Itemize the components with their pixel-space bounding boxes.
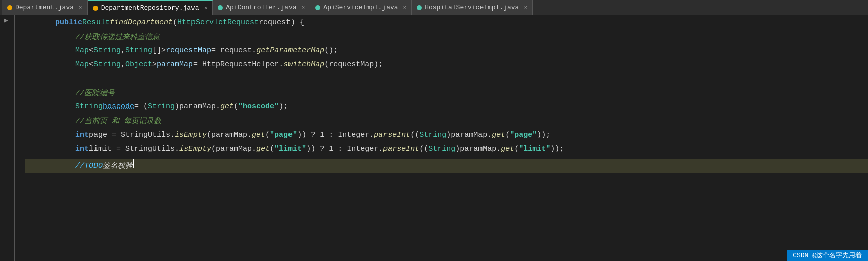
type-string4: String xyxy=(419,130,446,139)
code-line: //医院编号 xyxy=(25,88,868,102)
str-limit2: "limit" xyxy=(519,145,550,153)
var-requestmap: requestMap xyxy=(166,46,211,55)
type-string3: String xyxy=(75,102,103,111)
comma2: , xyxy=(121,60,125,69)
gutter-arrow: ▶ xyxy=(4,16,8,24)
paren4: ( xyxy=(265,130,270,139)
eq3: = ( xyxy=(134,102,148,111)
tab-department[interactable]: Department.java × xyxy=(2,0,88,15)
paren5: ( xyxy=(505,130,510,139)
comment-hospital: //医院编号 xyxy=(75,88,115,98)
var-hoscode: hoscode xyxy=(103,102,134,111)
limit-code: limit = StringUtils. xyxy=(89,145,179,153)
cast3: )paramMap. xyxy=(446,130,492,139)
kw-int2: int xyxy=(75,145,89,153)
method-get5: get xyxy=(501,145,514,153)
tab-close[interactable]: × xyxy=(403,5,407,11)
tab-bar: Department.java × DepartmentRepository.j… xyxy=(0,0,868,15)
class-icon xyxy=(417,5,422,10)
type-map2: Map xyxy=(75,60,89,69)
type-map: Map xyxy=(75,46,89,55)
tab-label: ApiServiceImpl.java xyxy=(323,4,398,11)
code-line: //当前页 和 每页记录数 xyxy=(25,116,868,130)
tab-api-service[interactable]: ApiServiceImpl.java × xyxy=(310,0,412,15)
tab-close[interactable]: × xyxy=(524,5,527,11)
semi2: (requestMap); xyxy=(324,60,383,69)
status-text: CSDN @这个名字先用着 xyxy=(793,252,862,259)
tab-close[interactable]: × xyxy=(204,5,208,11)
tab-label: ApiController.java xyxy=(226,4,296,11)
comma: , xyxy=(121,46,125,55)
tab-department-repo[interactable]: DepartmentRepository.java × xyxy=(88,0,213,15)
method-switchmap: switchMap xyxy=(283,60,324,69)
var-parammap: paramMap xyxy=(157,60,193,69)
arr-bracket: []> xyxy=(152,46,166,55)
cast-close: )paramMap. xyxy=(175,102,220,111)
method-get4: get xyxy=(256,145,270,153)
type-string5: String xyxy=(428,145,455,153)
str-page: "page" xyxy=(270,130,297,139)
ternary: )) ? 1 : Integer. xyxy=(297,130,374,139)
method-parseint: parseInt xyxy=(374,130,410,139)
todo-content: 签名校验 xyxy=(103,161,133,170)
comment-page: //当前页 和 每页记录数 xyxy=(75,116,161,126)
java-icon xyxy=(7,5,12,10)
semi5: )); xyxy=(550,145,564,153)
bracket: < xyxy=(89,46,93,55)
method-isempty2: isEmpty xyxy=(179,145,211,153)
eq2: = HttpRequestHelper. xyxy=(193,60,283,69)
tab-label: DepartmentRepository.java xyxy=(101,4,199,12)
paren2: ( xyxy=(234,102,238,111)
code-line: Map < String , Object > paramMap = HttpR… xyxy=(25,60,868,74)
kw-int: int xyxy=(75,130,89,139)
code-line: int limit = StringUtils. isEmpty (paramM… xyxy=(25,145,868,159)
tab-label: Department.java xyxy=(15,4,74,11)
param: request) { xyxy=(259,18,304,27)
code-area[interactable]: public Result findDepartment ( HttpServl… xyxy=(15,15,868,261)
paren3: (paramMap. xyxy=(207,130,252,139)
code-line: //获取传递过来科室信息 xyxy=(25,32,868,46)
todo-keyword: //TODO xyxy=(75,162,103,170)
str-hoscode: "hoscode" xyxy=(238,102,279,111)
type-string2: String xyxy=(93,60,121,69)
bracket2: < xyxy=(89,60,93,69)
type-cast: String xyxy=(148,102,175,111)
paren7: ( xyxy=(270,145,274,153)
semi3: ); xyxy=(279,102,288,111)
left-gutter: ▶ xyxy=(0,15,15,261)
method-get3: get xyxy=(492,130,505,139)
class-icon xyxy=(218,5,223,10)
tab-label: HospitalServiceImpl.java xyxy=(425,4,519,11)
keyword-public: public xyxy=(55,18,82,27)
type-string: String xyxy=(93,46,121,55)
cast2: (( xyxy=(410,130,419,139)
code-line: public Result findDepartment ( HttpServl… xyxy=(25,18,868,32)
method-isempty: isEmpty xyxy=(175,130,207,139)
code-line: int page = StringUtils. isEmpty (paramMa… xyxy=(25,130,868,145)
editor: ▶ public Result findDepartment ( HttpSer… xyxy=(0,15,868,261)
method-get2: get xyxy=(252,130,265,139)
ternary2: )) ? 1 : Integer. xyxy=(306,145,383,153)
paren6: (paramMap. xyxy=(211,145,256,153)
semi: (); xyxy=(324,46,338,55)
tab-close[interactable]: × xyxy=(79,5,82,11)
eq: = request. xyxy=(211,46,256,55)
type-object: Object xyxy=(125,60,152,69)
paren: ( xyxy=(173,18,177,27)
method-get: get xyxy=(220,102,234,111)
code-line: String hoscode = ( String )paramMap. get… xyxy=(25,102,868,116)
cursor xyxy=(133,159,134,168)
str-limit: "limit" xyxy=(274,145,306,153)
comment: //获取传递过来科室信息 xyxy=(75,32,160,42)
semi4: )); xyxy=(537,130,550,139)
type-request: HttpServletRequest xyxy=(177,18,259,27)
cast4: (( xyxy=(419,145,428,153)
code-line: Map < String , String []> requestMap = r… xyxy=(25,46,868,60)
tab-api-controller[interactable]: ApiController.java × xyxy=(213,0,310,15)
bottom-status-bar: CSDN @这个名字先用着 xyxy=(787,250,868,261)
method-parseint2: parseInt xyxy=(383,145,419,153)
tab-close[interactable]: × xyxy=(302,5,305,11)
str-page2: "page" xyxy=(510,130,537,139)
tab-hospital-service[interactable]: HospitalServiceImpl.java × xyxy=(412,0,533,15)
class-icon xyxy=(315,5,320,10)
